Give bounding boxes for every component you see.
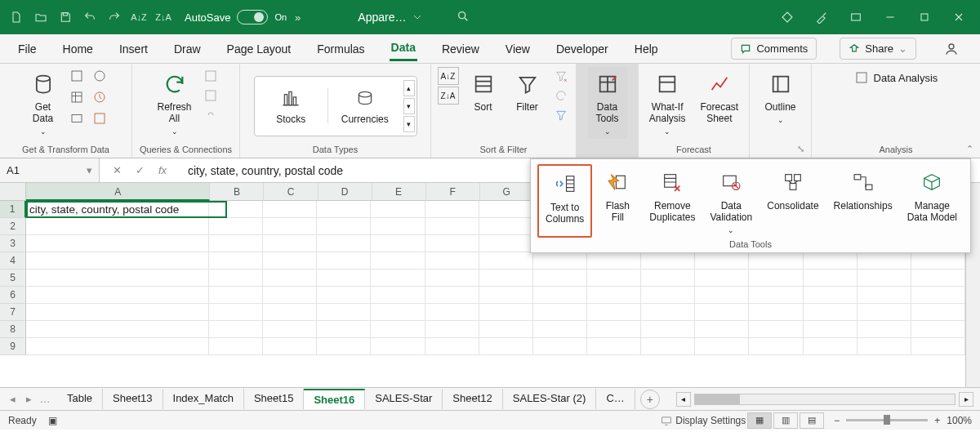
tab-developer[interactable]: Developer bbox=[555, 38, 610, 60]
filter-button[interactable]: Filter bbox=[508, 67, 547, 116]
cell[interactable] bbox=[209, 201, 263, 218]
cell[interactable] bbox=[263, 287, 317, 304]
sheet-tab[interactable]: C… bbox=[596, 389, 635, 409]
sort-button[interactable]: Sort bbox=[464, 67, 503, 116]
cell[interactable] bbox=[479, 287, 533, 304]
minimize-icon[interactable] bbox=[874, 6, 906, 29]
tab-file[interactable]: File bbox=[16, 38, 38, 60]
cell[interactable] bbox=[641, 304, 695, 321]
cell[interactable] bbox=[425, 218, 479, 235]
tab-home[interactable]: Home bbox=[61, 38, 95, 60]
cell[interactable] bbox=[371, 338, 425, 355]
flash-fill-button[interactable]: Flash Fill bbox=[594, 164, 641, 238]
cell[interactable] bbox=[371, 270, 425, 287]
cell[interactable] bbox=[695, 270, 749, 287]
cell[interactable] bbox=[26, 270, 209, 287]
cell[interactable] bbox=[317, 270, 371, 287]
tab-data[interactable]: Data bbox=[390, 36, 417, 61]
sheet-tab[interactable]: Sheet15 bbox=[244, 389, 304, 409]
cell[interactable] bbox=[858, 304, 911, 321]
cell[interactable] bbox=[804, 321, 858, 338]
from-text-icon[interactable] bbox=[68, 67, 86, 85]
cell[interactable] bbox=[695, 304, 749, 321]
comments-button[interactable]: Comments bbox=[731, 38, 817, 60]
data-validation-button[interactable]: Data Validation⌄ bbox=[703, 164, 759, 238]
cell[interactable] bbox=[209, 338, 263, 355]
cell[interactable] bbox=[533, 338, 587, 355]
row-header[interactable]: 6 bbox=[0, 287, 26, 304]
collapse-ribbon-icon[interactable]: ⌃ bbox=[966, 144, 973, 154]
cell[interactable] bbox=[911, 304, 965, 321]
enter-formula-icon[interactable]: ✓ bbox=[129, 161, 150, 180]
sheet-tab[interactable]: Sheet13 bbox=[103, 389, 163, 409]
cell[interactable] bbox=[695, 321, 749, 338]
remove-duplicates-button[interactable]: Remove Duplicates bbox=[643, 164, 702, 238]
cell[interactable] bbox=[479, 218, 533, 235]
diamond-icon[interactable] bbox=[771, 6, 804, 29]
sheet-tab[interactable]: Index_Match bbox=[163, 389, 244, 409]
cell[interactable] bbox=[587, 338, 641, 355]
cell[interactable] bbox=[911, 270, 965, 287]
cell[interactable] bbox=[587, 321, 641, 338]
cell[interactable] bbox=[911, 321, 965, 338]
row-header[interactable]: 1 bbox=[0, 201, 26, 218]
cell[interactable] bbox=[425, 201, 479, 218]
manage-data-model-button[interactable]: Manage Data Model bbox=[901, 164, 964, 238]
cell[interactable] bbox=[749, 270, 803, 287]
cell[interactable]: city, state, country, postal code bbox=[26, 201, 209, 218]
autosave-toggle[interactable]: AutoSave On bbox=[185, 10, 287, 24]
cell[interactable] bbox=[749, 321, 803, 338]
row-header[interactable]: 9 bbox=[0, 338, 26, 355]
cell[interactable] bbox=[911, 252, 965, 270]
cell[interactable] bbox=[317, 321, 371, 338]
cell[interactable] bbox=[425, 321, 479, 338]
relationships-button[interactable]: Relationships bbox=[827, 164, 899, 238]
cell[interactable] bbox=[263, 218, 317, 235]
redo-icon[interactable] bbox=[103, 6, 126, 29]
cell[interactable] bbox=[479, 304, 533, 321]
tab-insert[interactable]: Insert bbox=[118, 38, 149, 60]
from-web-icon[interactable] bbox=[91, 67, 109, 85]
sheet-tab[interactable]: SALES-Star bbox=[365, 389, 443, 409]
column-header[interactable]: B bbox=[210, 183, 264, 201]
sheet-tab[interactable]: Sheet12 bbox=[443, 389, 502, 409]
open-file-icon[interactable] bbox=[29, 6, 52, 29]
cell[interactable] bbox=[804, 287, 858, 304]
gallery-scroll[interactable]: ▴▾▾ bbox=[402, 77, 416, 136]
cell[interactable] bbox=[209, 218, 263, 235]
tab-draw[interactable]: Draw bbox=[172, 38, 203, 60]
cell[interactable] bbox=[641, 338, 695, 355]
next-sheet-icon[interactable]: ▸ bbox=[21, 393, 36, 405]
sort-asc-icon[interactable]: A↓Z bbox=[127, 6, 150, 29]
maximize-icon[interactable] bbox=[908, 6, 941, 29]
search-icon[interactable] bbox=[457, 10, 470, 25]
cell[interactable] bbox=[371, 201, 425, 218]
column-header[interactable]: C bbox=[264, 183, 318, 201]
zoom-control[interactable]: − + 100% bbox=[834, 415, 972, 426]
cell[interactable] bbox=[858, 287, 911, 304]
cell[interactable] bbox=[317, 287, 371, 304]
cell[interactable] bbox=[695, 252, 749, 270]
row-header[interactable]: 8 bbox=[0, 321, 26, 338]
cell[interactable] bbox=[209, 270, 263, 287]
cell[interactable] bbox=[858, 321, 911, 338]
column-header[interactable]: A bbox=[26, 183, 210, 201]
text-to-columns-button[interactable]: Text to Columns bbox=[537, 164, 592, 238]
cell[interactable] bbox=[587, 304, 641, 321]
recent-sources-icon[interactable] bbox=[91, 88, 109, 106]
column-header[interactable]: E bbox=[372, 183, 426, 201]
cell[interactable] bbox=[479, 201, 533, 218]
sheet-tab[interactable]: SALES-Star (2) bbox=[503, 389, 597, 409]
cell[interactable] bbox=[371, 252, 425, 270]
cell[interactable] bbox=[209, 287, 263, 304]
sort-desc-button[interactable]: Z↓A bbox=[438, 87, 459, 105]
zoom-slider[interactable] bbox=[846, 419, 928, 421]
add-sheet-button[interactable]: + bbox=[640, 390, 660, 409]
from-picture-icon[interactable] bbox=[91, 109, 109, 127]
cell[interactable] bbox=[425, 235, 479, 252]
cell[interactable] bbox=[804, 304, 858, 321]
cell[interactable] bbox=[209, 235, 263, 252]
properties-icon[interactable] bbox=[202, 87, 220, 105]
cell[interactable] bbox=[425, 287, 479, 304]
edit-links-icon[interactable] bbox=[202, 106, 220, 124]
